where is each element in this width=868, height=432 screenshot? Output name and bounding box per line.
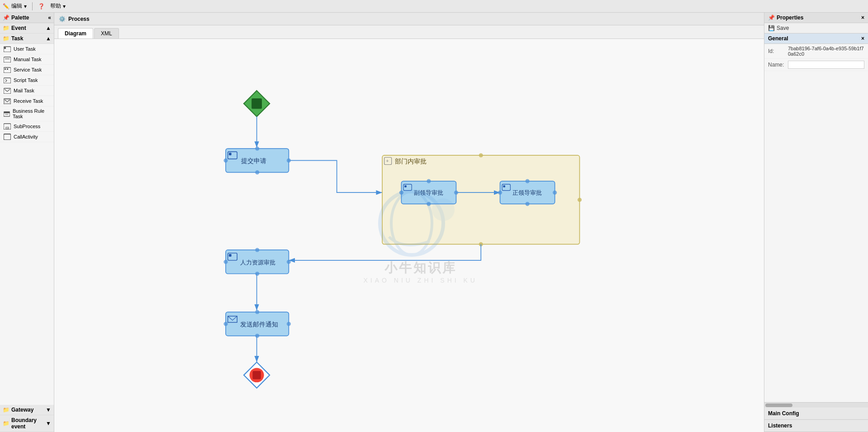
boundary-folder-icon: 📁 (3, 420, 9, 427)
boundary-section-header[interactable]: 📁 Boundary event ▼ (0, 415, 54, 432)
user-task-item[interactable]: User Task (0, 44, 54, 54)
id-field: Id: 7bab8196-7af6-0a4b-e935-59b1f70a62c0 (764, 44, 868, 59)
subprocess-icon: + (4, 123, 11, 130)
svg-rect-61 (229, 254, 232, 257)
mail-task-icon (4, 87, 11, 94)
manual-task-icon (4, 56, 11, 62)
svg-rect-74 (252, 371, 261, 379)
subprocess-node[interactable]: + 部门内审批 副领导审批 (382, 153, 582, 246)
tab-xml[interactable]: XML (94, 28, 119, 38)
process-label: Process (68, 16, 90, 22)
svg-rect-3 (4, 67, 11, 73)
mail-task-item[interactable]: Mail Task (0, 86, 54, 96)
receive-task-item[interactable]: Receive Task (0, 96, 54, 106)
user-task-label: User Task (14, 46, 36, 52)
properties-spacer (764, 71, 868, 402)
script-task-item[interactable]: Script Task (0, 75, 54, 86)
center-area: ⚙️ Process Diagram XML 小牛 (54, 13, 764, 432)
svg-text:人力资源审批: 人力资源审批 (240, 259, 275, 266)
svg-point-57 (287, 260, 291, 264)
email-notify-task[interactable]: 发送邮件通知 (223, 310, 290, 338)
svg-text:发送邮件通知: 发送邮件通知 (240, 321, 278, 328)
edit-arrow: ▾ (24, 3, 27, 10)
task-section-label: Task (11, 35, 23, 42)
svg-point-59 (255, 272, 259, 276)
properties-title: Properties (777, 14, 803, 21)
listeners-label: Listeners (768, 422, 792, 429)
subprocess-label: SubProcess (14, 124, 40, 129)
svg-point-58 (255, 248, 259, 252)
svg-point-27 (255, 170, 259, 174)
process-title: ⚙️ Process (59, 16, 90, 22)
svg-point-56 (223, 260, 228, 264)
horizontal-scrollbar[interactable] (764, 402, 868, 408)
properties-header: 📌 Properties × (764, 13, 868, 23)
manual-task-item[interactable]: Manual Task (0, 54, 54, 65)
business-rule-icon (4, 110, 10, 117)
hr-approve-task[interactable]: 人力资源审批 (223, 248, 290, 276)
svg-rect-1 (4, 47, 6, 49)
main-approve-task[interactable]: 正领导审批 (498, 179, 557, 206)
callactivity-item[interactable]: CallActivity (0, 132, 54, 142)
submit-task-node[interactable]: 提交申请 (223, 147, 290, 175)
svg-text:+: + (386, 158, 389, 163)
edit-menu[interactable]: ✏️ 编辑 ▾ (3, 2, 27, 10)
id-label: Id: (768, 48, 786, 54)
save-label: Save (777, 25, 789, 31)
script-task-icon (4, 77, 11, 83)
service-task-item[interactable]: Service Task (0, 65, 54, 75)
process-header: ⚙️ Process (54, 13, 764, 25)
svg-point-24 (223, 158, 228, 163)
svg-rect-6 (4, 78, 11, 83)
general-collapse-icon[interactable]: × (861, 35, 864, 42)
gateway-collapse-chevron[interactable]: ▼ (46, 407, 51, 413)
general-section-header[interactable]: General × (764, 34, 868, 44)
help-menu[interactable]: 帮助 ▾ (50, 2, 66, 10)
save-button[interactable]: 💾 Save (768, 25, 864, 31)
name-input[interactable] (788, 61, 864, 69)
help-icon-item[interactable]: ❓ (38, 3, 45, 10)
svg-point-33 (578, 198, 582, 202)
end-event[interactable] (244, 362, 270, 388)
main-layout: 📌 Palette « 📁 Event ▲ 📁 Task ▲ (0, 13, 868, 432)
svg-point-48 (498, 191, 502, 195)
task-collapse-chevron[interactable]: ▲ (46, 35, 51, 42)
script-task-label: Script Task (14, 77, 38, 83)
boundary-collapse-chevron[interactable]: ▼ (46, 420, 51, 427)
diagram-canvas[interactable]: 小牛知识库 XIAO NIU ZHI SHI KU (54, 39, 764, 432)
subprocess-item[interactable]: + SubProcess (0, 121, 54, 132)
svg-rect-29 (229, 153, 232, 155)
palette-header[interactable]: 📌 Palette « (0, 13, 54, 23)
name-label: Name: (768, 62, 786, 68)
name-field[interactable]: Name: (764, 59, 868, 71)
service-task-icon (4, 67, 11, 73)
event-section-header[interactable]: 📁 Event ▲ (0, 23, 54, 34)
event-collapse-chevron[interactable]: ▲ (46, 25, 51, 31)
svg-text:+: + (7, 127, 8, 130)
manual-task-label: Manual Task (14, 57, 42, 62)
gateway-section-header[interactable]: 📁 Gateway ▼ (0, 405, 54, 415)
vice-approve-task[interactable]: 副领导审批 (399, 179, 458, 206)
scrollbar-thumb[interactable] (765, 403, 792, 407)
event-folder-icon: 📁 (3, 25, 9, 31)
start-event[interactable] (244, 91, 270, 116)
svg-text:副领导审批: 副领导审批 (414, 189, 443, 196)
help-circle-icon: ❓ (38, 3, 45, 10)
palette-collapse-icon[interactable]: « (48, 14, 51, 21)
service-task-label: Service Task (14, 67, 42, 72)
tab-diagram[interactable]: Diagram (58, 28, 93, 38)
svg-point-50 (525, 179, 529, 183)
main-config-section[interactable]: Main Config (764, 408, 868, 420)
receive-task-label: Receive Task (14, 98, 43, 104)
svg-point-41 (427, 179, 431, 183)
svg-text:提交申请: 提交申请 (241, 158, 266, 164)
task-section-header[interactable]: 📁 Task ▲ (0, 34, 54, 44)
gateway-folder-icon: 📁 (3, 407, 9, 413)
properties-close-icon[interactable]: × (861, 14, 864, 21)
event-section-label: Event (11, 25, 26, 31)
svg-rect-11 (4, 112, 9, 113)
business-rule-task-item[interactable]: Business Rule Task (0, 106, 54, 121)
listeners-section[interactable]: Listeners (764, 420, 868, 432)
receive-task-icon (4, 98, 11, 104)
tab-diagram-label: Diagram (65, 30, 86, 37)
